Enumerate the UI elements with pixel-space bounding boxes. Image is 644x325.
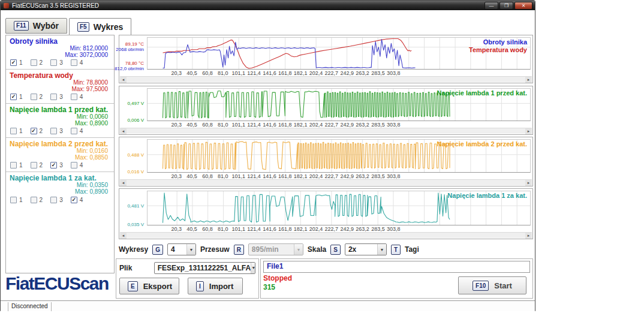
x-axis-tick: 81,0 [218,122,228,128]
maximize-button[interactable]: ❐ [499,2,513,10]
scroll-left-icon[interactable]: ◂ [120,233,127,239]
chevron-down-icon: ▼ [186,244,195,255]
checkbox-unchecked-icon[interactable] [10,162,17,168]
y-axis-label: 0,035 V [127,221,144,227]
x-axis-tick: 303,8 [387,173,401,179]
channel-toggle[interactable]: 2 [31,94,43,100]
x-axis-tick: 60,8 [202,122,213,128]
x-axis-tick: 242,9 [340,226,354,232]
tab-wykres[interactable]: F5 Wykres [69,18,131,35]
tab-wybor[interactable]: F11 Wybór [5,18,67,34]
minimize-button[interactable]: — [484,2,498,10]
scroll-right-icon[interactable]: ▸ [525,77,532,83]
checkbox-unchecked-icon[interactable] [71,128,77,134]
start-button[interactable]: F10 Start [458,276,526,294]
e-key-badge: E [128,281,138,291]
checkbox-unchecked-icon[interactable] [50,94,57,100]
r-key-badge[interactable]: R [234,245,244,255]
signal-min: Min: 0,0350 [75,182,108,188]
checkbox-unchecked-icon[interactable] [31,59,37,66]
scroll-right-icon[interactable]: ▸ [525,128,532,134]
channel-toggle[interactable]: 3 [50,197,63,203]
checkbox-unchecked-icon[interactable] [31,162,37,168]
desktop: FiatECUScan 3.5 REGISTERED — ❐ ✕ F11 Wyb… [0,0,644,325]
checkbox-checked-icon[interactable]: ✓ [50,162,57,168]
chart-count-value: 4 [171,245,175,254]
checkbox-checked-icon[interactable]: ✓ [71,197,77,203]
channel-toggle[interactable]: 3 [50,59,63,66]
chart-scrollbar[interactable]: ◂ ▸ [120,179,532,185]
legend-entry: Napięcie lambda 1 przed kat. [437,89,527,97]
tab-wykres-label: Wykres [94,22,124,32]
channel-checkbox-row: 123✓4 [10,197,83,203]
checkbox-unchecked-icon[interactable] [10,128,17,134]
file-select[interactable]: FESExp_1311122251_ALFA ▼ [154,262,255,274]
x-axis-tick: 20,3 [171,226,182,232]
signal-name: Napięcie lambda 1 za kat. [10,174,110,182]
channel-toggle[interactable]: 2 [31,197,43,203]
x-axis-tick: 161,8 [278,226,292,232]
chart-panel-rpm-temp: 89,19 °C2068 obr/min78,80 °C812,0 obr/mi… [119,35,533,83]
current-file-field[interactable]: File1 [263,261,530,273]
channel-toggle[interactable]: ✓2 [31,128,43,134]
channel-toggle[interactable]: 4 [71,94,83,100]
x-axis-tick: 81,0 [218,70,228,76]
start-label: Start [494,281,512,290]
x-axis-ticks: 20,340,560,881,0101,1121,4141,6161,8182,… [147,121,531,128]
title-bar[interactable]: FiatECUScan 3.5 REGISTERED — ❐ ✕ [1,1,535,10]
checkbox-unchecked-icon[interactable] [71,94,77,100]
channel-number: 1 [19,162,23,168]
channel-toggle[interactable]: 2 [31,162,43,168]
channel-toggle[interactable]: 4 [71,162,83,168]
checkbox-unchecked-icon[interactable] [71,59,77,66]
checkbox-checked-icon[interactable]: ✓ [10,59,17,66]
checkbox-unchecked-icon[interactable] [31,197,37,203]
checkbox-unchecked-icon[interactable] [31,94,37,100]
close-button[interactable]: ✕ [514,2,532,10]
signal-min: Min: 78,8000 [71,79,108,86]
channel-toggle[interactable]: 1 [10,162,23,168]
checkbox-unchecked-icon[interactable] [10,197,17,203]
checkbox-unchecked-icon[interactable] [50,197,57,203]
y-axis-label: 0,481 V [127,203,144,208]
channel-toggle[interactable]: 1 [10,128,23,134]
channel-toggle[interactable]: 2 [31,59,43,66]
checkbox-unchecked-icon[interactable] [50,128,57,134]
channel-number: 3 [59,197,63,203]
channel-toggle[interactable]: ✓4 [71,197,83,203]
x-axis-tick: 161,8 [278,70,292,76]
channel-toggle[interactable]: 3 [50,128,63,134]
checkbox-unchecked-icon[interactable] [50,59,57,66]
x-axis-tick: 20,3 [171,70,182,76]
checkbox-checked-icon[interactable]: ✓ [31,128,37,134]
chart-scrollbar[interactable]: ◂ ▸ [120,128,532,134]
eksport-button[interactable]: E Eksport [119,278,179,294]
chart-count-select[interactable]: 4 ▼ [167,243,196,255]
x-axis-tick: 121,4 [247,70,261,76]
checkbox-unchecked-icon[interactable] [71,162,77,168]
scroll-left-icon[interactable]: ◂ [120,128,127,134]
import-button[interactable]: I Import [188,278,243,294]
scale-select[interactable]: 2x ▼ [345,243,387,255]
scroll-left-icon[interactable]: ◂ [120,77,127,83]
checkbox-checked-icon[interactable]: ✓ [10,94,17,100]
y-axis-labels: 0,481 V0,035 V [119,191,146,225]
channel-number: 2 [40,59,43,66]
channel-toggle[interactable]: 4 [71,128,83,134]
channel-toggle[interactable]: ✓3 [50,162,63,168]
channel-toggle[interactable]: 4 [71,59,83,66]
t-key-badge[interactable]: T [391,245,401,255]
channel-toggle[interactable]: 1 [10,197,23,203]
channel-number: 4 [80,197,83,203]
channel-toggle[interactable]: ✓1 [10,59,23,66]
chart-scrollbar[interactable]: ◂ ▸ [120,232,532,238]
g-key-badge[interactable]: G [152,245,163,255]
chart-scrollbar[interactable]: ◂ ▸ [120,76,532,82]
scroll-right-icon[interactable]: ▸ [525,180,532,186]
s-key-badge[interactable]: S [330,245,341,255]
channel-toggle[interactable]: 3 [50,94,63,100]
scroll-left-icon[interactable]: ◂ [120,180,127,186]
chart-legend: Napięcie lambda 1 za kat. [447,192,527,200]
scroll-right-icon[interactable]: ▸ [525,233,532,239]
channel-toggle[interactable]: ✓1 [10,94,23,100]
